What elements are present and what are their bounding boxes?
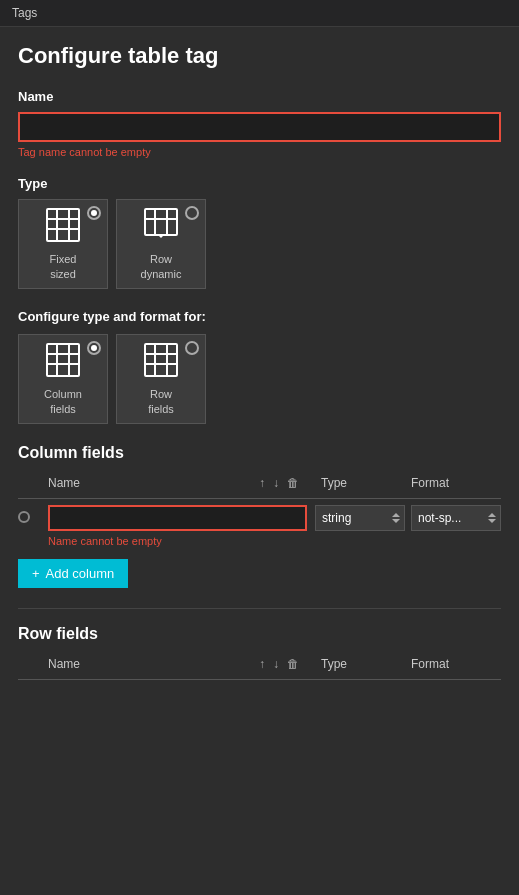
- name-label: Name: [18, 89, 501, 104]
- add-column-button[interactable]: + Add column: [18, 559, 128, 588]
- radio-row-dynamic: [185, 206, 199, 220]
- radio-column-fields: [87, 341, 101, 355]
- field-format-select[interactable]: not-sp... text number date: [411, 505, 501, 531]
- row-dynamic-icon: [143, 207, 179, 246]
- name-section: Name Tag name cannot be empty: [18, 89, 501, 158]
- configure-card-column-fields[interactable]: Columnfields: [18, 334, 108, 424]
- column-fields-header: Name ↑ ↓ 🗑 Type Format: [18, 474, 501, 499]
- col-header-type: Type: [321, 476, 411, 490]
- type-card-row-dynamic[interactable]: Rowdynamic: [116, 199, 206, 289]
- type-label: Type: [18, 176, 501, 191]
- row-delete-button[interactable]: 🗑: [285, 655, 301, 673]
- configure-card-row-fields-label: Rowfields: [148, 387, 174, 416]
- column-fields-section: Column fields Name ↑ ↓ 🗑 Type Format Nam…: [18, 444, 501, 588]
- row-sort-up-button[interactable]: ↑: [257, 655, 267, 673]
- row-sort-down-button[interactable]: ↓: [271, 655, 281, 673]
- svg-rect-14: [145, 344, 177, 376]
- column-fields-title: Column fields: [18, 444, 501, 462]
- col-sort-up-button[interactable]: ↑: [257, 474, 267, 492]
- row-fields-section: Row fields Name ↑ ↓ 🗑 Type Format: [18, 625, 501, 680]
- breadcrumb: Tags: [0, 0, 519, 27]
- svg-rect-9: [47, 344, 79, 376]
- breadcrumb-label: Tags: [12, 6, 37, 20]
- col-header-arrows: ↑ ↓ 🗑: [257, 474, 313, 492]
- field-name-error: Name cannot be empty: [48, 535, 307, 547]
- type-cards: Fixedsized Rowdynamic: [18, 199, 501, 289]
- radio-fixed: [87, 206, 101, 220]
- col-sort-down-button[interactable]: ↓: [271, 474, 281, 492]
- col-header-name: Name: [48, 476, 257, 490]
- row-col-header-arrows: ↑ ↓ 🗑: [257, 655, 313, 673]
- column-fields-icon: [45, 342, 81, 381]
- field-row-radio: [18, 505, 48, 523]
- add-column-icon: +: [32, 566, 40, 581]
- row-fields-title: Row fields: [18, 625, 501, 643]
- type-card-fixed-label: Fixedsized: [50, 252, 77, 281]
- col-delete-button[interactable]: 🗑: [285, 474, 301, 492]
- type-card-fixed[interactable]: Fixedsized: [18, 199, 108, 289]
- configure-cards: Columnfields Rowfields: [18, 334, 501, 424]
- radio-row-fields: [185, 341, 199, 355]
- configure-card-column-fields-label: Columnfields: [44, 387, 82, 416]
- field-row-inputs: Name cannot be empty: [48, 505, 307, 547]
- col-header-format: Format: [411, 476, 501, 490]
- section-divider: [18, 608, 501, 609]
- column-field-row: Name cannot be empty string number date …: [18, 505, 501, 547]
- name-error: Tag name cannot be empty: [18, 146, 501, 158]
- field-radio-circle: [18, 511, 30, 523]
- configure-label: Configure type and format for:: [18, 309, 501, 324]
- field-type-select[interactable]: string number date boolean: [315, 505, 405, 531]
- field-name-input[interactable]: [48, 505, 307, 531]
- row-fields-icon: [143, 342, 179, 381]
- row-fields-header: Name ↑ ↓ 🗑 Type Format: [18, 655, 501, 680]
- row-col-header-format: Format: [411, 657, 501, 671]
- svg-rect-5: [145, 209, 177, 235]
- row-col-header-name: Name: [48, 657, 257, 671]
- type-card-row-dynamic-label: Rowdynamic: [141, 252, 182, 281]
- type-section: Type Fixedsized: [18, 176, 501, 289]
- configure-card-row-fields[interactable]: Rowfields: [116, 334, 206, 424]
- configure-section: Configure type and format for: Columnfie…: [18, 309, 501, 424]
- add-column-label: Add column: [46, 566, 115, 581]
- page-title: Configure table tag: [18, 43, 501, 69]
- name-input[interactable]: [18, 112, 501, 142]
- row-col-header-type: Type: [321, 657, 411, 671]
- fixed-table-icon: [45, 207, 81, 246]
- svg-rect-0: [47, 209, 79, 241]
